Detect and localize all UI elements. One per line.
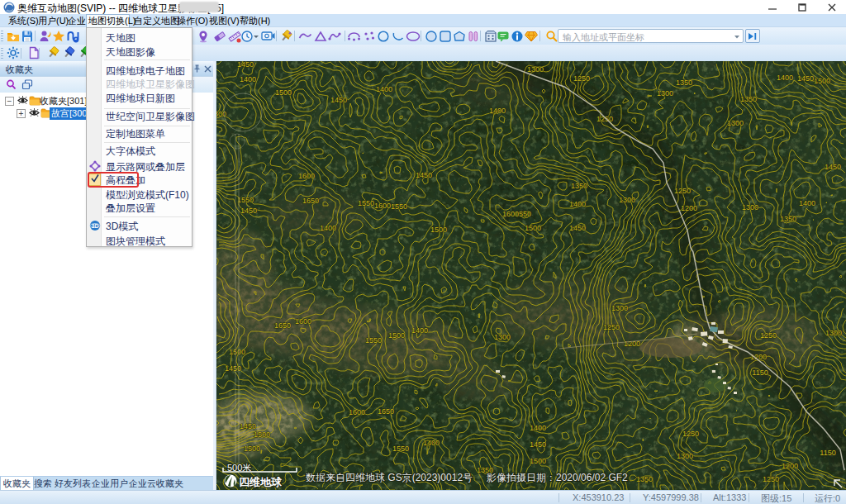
svg-text:1500: 1500: [814, 77, 830, 85]
svg-text:1450: 1450: [797, 74, 814, 83]
svg-text:1150: 1150: [752, 368, 768, 377]
svg-text:1300: 1300: [825, 329, 842, 337]
svg-text:1450: 1450: [237, 61, 254, 69]
svg-text:1500: 1500: [530, 457, 546, 465]
svg-text:1150: 1150: [820, 449, 835, 457]
svg-text:1400: 1400: [320, 224, 336, 232]
svg-text:1350: 1350: [780, 215, 796, 223]
svg-text:1450: 1450: [530, 440, 546, 449]
svg-text:1200: 1200: [782, 462, 798, 470]
svg-text:1550: 1550: [392, 445, 409, 453]
svg-text:1300: 1300: [619, 196, 635, 204]
svg-text:1400: 1400: [530, 424, 546, 432]
svg-text:1500: 1500: [430, 226, 447, 234]
svg-text:1550: 1550: [358, 199, 374, 207]
svg-text:1250: 1250: [603, 323, 620, 331]
svg-text:1450: 1450: [825, 163, 841, 171]
svg-text:1350: 1350: [636, 475, 653, 483]
svg-text:1200: 1200: [681, 204, 697, 212]
svg-text:1400: 1400: [489, 107, 506, 115]
svg-text:1500: 1500: [229, 348, 245, 356]
svg-text:1450: 1450: [330, 96, 347, 104]
svg-text:1300: 1300: [216, 110, 226, 118]
svg-text:1500: 1500: [244, 445, 260, 453]
svg-text:1600: 1600: [349, 408, 365, 416]
svg-text:数据来自四维地球 GS京(2023)0012号: 数据来自四维地球 GS京(2023)0012号: [306, 472, 473, 483]
svg-text:1400: 1400: [240, 75, 256, 83]
svg-text:1300: 1300: [742, 203, 758, 212]
svg-text:1400: 1400: [411, 326, 428, 335]
svg-text:3D: 3D: [92, 223, 99, 229]
svg-text:1250: 1250: [682, 430, 699, 438]
svg-text:四维地球: 四维地球: [239, 476, 283, 488]
svg-text:1400: 1400: [777, 74, 793, 82]
svg-text:1250: 1250: [596, 115, 613, 123]
svg-text:1350: 1350: [676, 78, 692, 87]
svg-text:1400: 1400: [799, 199, 815, 207]
svg-text:1550: 1550: [391, 202, 407, 211]
svg-text:1250: 1250: [760, 331, 777, 340]
svg-text:1500: 1500: [388, 331, 405, 340]
svg-text:1650: 1650: [378, 407, 394, 416]
svg-text:1500: 1500: [275, 88, 292, 97]
svg-text:1300: 1300: [677, 452, 693, 460]
svg-text:1450: 1450: [569, 224, 586, 232]
svg-text:1250: 1250: [674, 187, 691, 195]
svg-text:1650: 1650: [274, 321, 291, 330]
svg-text:1600: 1600: [295, 317, 311, 326]
svg-text:1300: 1300: [611, 304, 628, 312]
svg-text:1350: 1350: [571, 182, 587, 190]
svg-text:1450: 1450: [240, 207, 257, 215]
svg-text:1600: 1600: [374, 202, 391, 210]
svg-text:500米: 500米: [227, 463, 251, 473]
svg-text:1500: 1500: [525, 224, 541, 232]
svg-text:1300: 1300: [527, 65, 544, 74]
svg-text:1300: 1300: [727, 119, 744, 127]
svg-text:1650: 1650: [302, 197, 319, 205]
svg-text:1300: 1300: [657, 89, 673, 97]
svg-text:1600: 1600: [502, 210, 519, 218]
svg-text:1300: 1300: [494, 333, 511, 341]
svg-text:1550: 1550: [237, 196, 254, 204]
svg-text:1350: 1350: [740, 95, 757, 103]
svg-text:1600: 1600: [298, 172, 315, 180]
svg-text:1400: 1400: [569, 200, 586, 208]
svg-text:1450: 1450: [240, 422, 256, 430]
svg-text:1250: 1250: [763, 475, 779, 483]
svg-text:1400: 1400: [376, 85, 392, 93]
svg-text:1500: 1500: [254, 430, 270, 439]
svg-text:1550: 1550: [365, 336, 382, 345]
svg-text:1250: 1250: [573, 74, 590, 83]
svg-text:影像拍摄日期：2020/06/02 GF2: 影像拍摄日期：2020/06/02 GF2: [487, 472, 628, 483]
svg-text:1450: 1450: [416, 171, 432, 179]
svg-text:1400: 1400: [423, 439, 440, 447]
